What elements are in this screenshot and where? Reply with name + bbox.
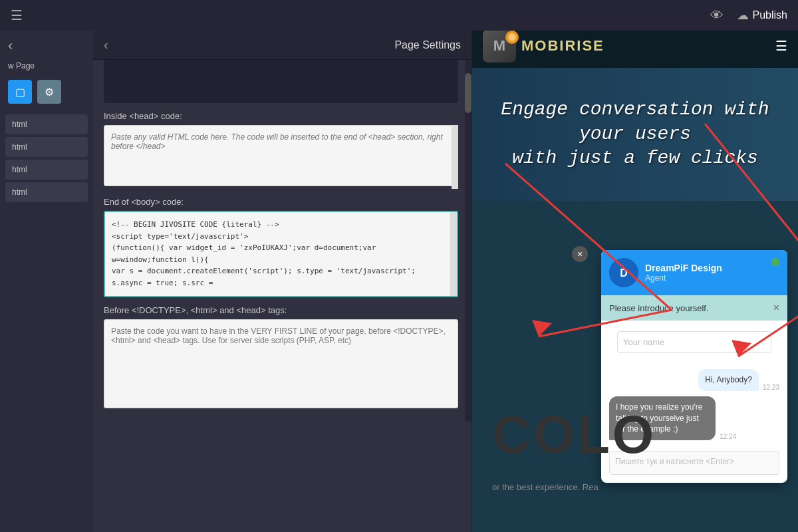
chat-intro-bar: Please introduce yourself. × — [601, 295, 787, 321]
mobirise-logo: M MOBIRISE — [483, 29, 604, 63]
chat-bubble-sent: Hi, Anybody? — [698, 369, 759, 391]
sidebar-item-1[interactable]: html — [5, 114, 88, 134]
preview-icon[interactable]: 👁 — [710, 8, 724, 23]
top-preview-area — [104, 60, 458, 103]
upload-cloud-icon: ☁ — [737, 8, 749, 23]
experience-text: or the best experience. Rea — [492, 482, 598, 492]
before-doctype-label: Before <!DOCTYPE>, <html> and <head> tag… — [104, 305, 458, 315]
chat-header: D DreamPiF Design Agent — [601, 250, 787, 295]
page-settings-back[interactable]: ‹ — [104, 37, 108, 53]
hero-text: Engage conversation with your userswith … — [485, 98, 785, 170]
chat-intro-close[interactable]: × — [773, 302, 779, 314]
hero-section: Engage conversation with your userswith … — [472, 68, 798, 201]
sidebar-item-3[interactable]: html — [5, 160, 88, 180]
your-name-field-area: Your name — [601, 321, 787, 364]
mobirise-logo-icon: M — [483, 29, 516, 63]
your-name-input[interactable]: Your name — [617, 331, 771, 353]
online-status-dot — [771, 258, 779, 266]
hamburger-icon[interactable]: ☰ — [11, 7, 23, 23]
body-code-area[interactable]: <!-- BEGIN JIVOSITE CODE {literal} --> <… — [104, 211, 458, 297]
before-doctype-input[interactable] — [104, 319, 458, 408]
chat-message-sent: 12:23 Hi, Anybody? — [609, 369, 779, 391]
sidebar-items: html html html html — [0, 109, 93, 532]
svg-marker-2 — [532, 320, 552, 336]
browser-content: M MOBIRISE ☰ Engage conversation with yo… — [472, 24, 798, 532]
chat-agent-name: DreamPiF Design — [645, 263, 779, 273]
sidebar-header: ‹ — [0, 31, 93, 57]
chat-time-sent: 12:23 — [763, 384, 779, 391]
publish-label: Publish — [753, 9, 787, 21]
page-settings-title: Page Settings — [394, 39, 461, 51]
page-settings-header: ‹ Page Settings — [93, 31, 471, 60]
publish-button[interactable]: ☁ Publish — [737, 8, 787, 23]
head-code-label: Inside <head> code: — [104, 111, 458, 121]
body-code-label: End of <body> code: — [104, 197, 458, 207]
code-scrollbar[interactable] — [450, 212, 457, 296]
chat-time-received: 12:24 — [720, 433, 736, 440]
svg-text:D: D — [620, 267, 628, 279]
sidebar-item-2[interactable]: html — [5, 137, 88, 157]
browser-window: ‹ i fb.dreampif.com/mbr3/ ↻ 🔍 Search ★ 📅… — [472, 0, 798, 532]
panel-close-btn[interactable]: × — [572, 246, 588, 262]
head-code-input[interactable] — [104, 125, 458, 186]
color-text: COLO — [492, 404, 656, 466]
body-code-content: <!-- BEGIN JIVOSITE CODE {literal} --> <… — [112, 219, 450, 289]
browser-menu-icon[interactable]: ☰ — [775, 38, 787, 54]
page-settings-panel: ‹ Page Settings Inside <head> code: End … — [93, 31, 472, 532]
settings-icon-button[interactable]: ⚙ — [37, 80, 61, 104]
top-app-bar: ☰ 👁 ☁ Publish — [0, 0, 798, 31]
chat-agent-role: Agent — [645, 273, 779, 283]
mobirise-logo-text: MOBIRISE — [521, 37, 604, 55]
textarea-scrollbar-1[interactable] — [452, 125, 458, 189]
sidebar-icon-row: ▢ ⚙ — [0, 74, 93, 109]
sidebar-back-arrow[interactable]: ‹ — [8, 37, 13, 55]
sidebar: ‹ w Page ▢ ⚙ html html html html — [0, 31, 93, 532]
new-page-label: w Page — [0, 57, 93, 74]
page-icon-button[interactable]: ▢ — [8, 80, 32, 104]
chat-avatar: D — [609, 258, 638, 287]
panel-scrollbar[interactable] — [465, 60, 471, 422]
sidebar-item-4[interactable]: html — [5, 182, 88, 202]
chat-intro-text: Please introduce yourself. — [609, 303, 709, 313]
chat-agent-info: DreamPiF Design Agent — [645, 263, 779, 283]
